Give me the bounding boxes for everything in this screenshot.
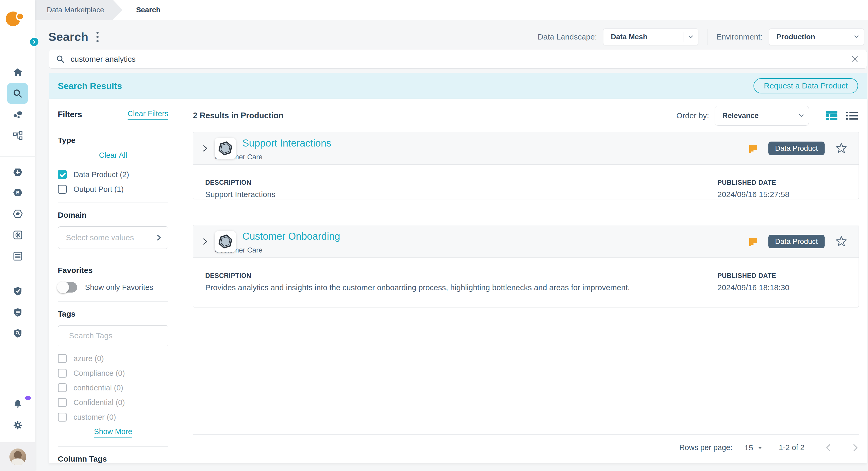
avatar-body — [11, 459, 24, 465]
pagination: Rows per page: 15 1-2 of 2 — [193, 434, 859, 461]
tag-option-label: Confidential (0) — [73, 398, 125, 407]
checkbox-unchecked[interactable] — [58, 185, 67, 194]
filter-option-label: Output Port (1) — [73, 185, 124, 194]
hexagon-plus-icon — [12, 167, 23, 177]
result-title-link[interactable]: Support Interactions — [242, 138, 331, 149]
result-card-header: Customer Onboarding Customer Care Data P… — [193, 225, 859, 258]
expand-card-button[interactable] — [202, 144, 208, 152]
result-card-body: DESCRIPTION Provides analytics and insig… — [193, 258, 859, 292]
tags-search-input[interactable] — [69, 331, 170, 340]
box-list-icon — [13, 251, 23, 261]
favorites-section-heading: Favorites — [58, 266, 168, 275]
breadcrumb-root-tab[interactable]: Data Marketplace — [35, 0, 122, 20]
sidebar-item-conversations[interactable] — [0, 105, 35, 126]
chevron-right-icon — [202, 144, 208, 152]
chevron-right-icon — [202, 238, 208, 245]
filter-option-output-port[interactable]: Output Port (1) — [58, 185, 168, 194]
checkbox-unchecked[interactable] — [58, 354, 67, 363]
clear-search-button[interactable] — [850, 54, 860, 65]
search-bar — [49, 50, 867, 68]
sidebar-item-hexagon-plus[interactable] — [0, 162, 35, 183]
order-by-value: Relevance — [722, 112, 794, 120]
breadcrumb-current: Search — [136, 6, 160, 14]
sidebar-footer — [0, 442, 35, 471]
expand-card-button[interactable] — [202, 238, 208, 245]
data-landscape-select[interactable]: Data Mesh — [603, 29, 698, 45]
favorites-toggle[interactable] — [58, 282, 77, 293]
data-landscape-value: Data Mesh — [611, 33, 683, 41]
clear-filters-link[interactable]: Clear Filters — [128, 109, 168, 120]
rows-per-page-value: 15 — [744, 443, 753, 452]
sidebar-item-box-gear[interactable] — [0, 225, 35, 245]
notifications-button[interactable] — [0, 394, 35, 415]
tag-option-azure[interactable]: azure (0) — [58, 354, 168, 363]
settings-button[interactable] — [0, 415, 35, 436]
checkbox-checked[interactable] — [58, 170, 67, 179]
sidebar-item-shield-lines[interactable] — [0, 302, 35, 323]
flag-button[interactable] — [747, 143, 758, 154]
description-text: Provides analytics and insights into the… — [205, 283, 691, 292]
favorite-star-button[interactable] — [835, 142, 847, 155]
favorite-star-button[interactable] — [835, 235, 847, 248]
filter-option-data-product[interactable]: Data Product (2) — [58, 170, 168, 179]
chevron-left-icon — [825, 443, 832, 452]
sidebar-item-shield-check[interactable] — [0, 281, 35, 302]
divider — [0, 156, 35, 157]
sidebar-expand-button[interactable] — [29, 37, 39, 47]
divider — [58, 301, 168, 302]
divider — [0, 387, 35, 387]
environment-label: Environment: — [716, 32, 763, 41]
checkbox-unchecked[interactable] — [58, 369, 67, 378]
sidebar-item-search[interactable] — [7, 83, 28, 104]
description-label: DESCRIPTION — [205, 272, 691, 279]
tag-option-confidential-upper[interactable]: Confidential (0) — [58, 398, 168, 407]
request-data-product-button[interactable]: Request a Data Product — [753, 78, 858, 93]
result-title-link[interactable]: Customer Onboarding — [242, 231, 340, 242]
previous-page-button[interactable] — [825, 443, 832, 452]
tag-option-customer[interactable]: customer (0) — [58, 413, 168, 421]
domain-select[interactable]: Select some values — [58, 226, 168, 249]
sidebar-item-shield-search[interactable] — [0, 323, 35, 344]
breadcrumb: Data Marketplace Search — [35, 0, 868, 20]
data-landscape-label: Data Landscape: — [537, 32, 597, 41]
order-by-select[interactable]: Relevance — [715, 106, 809, 126]
filters-sidebar: Filters Clear Filters Type Clear All Dat… — [49, 99, 183, 463]
show-more-link[interactable]: Show More — [94, 427, 132, 438]
app: B — [0, 0, 868, 471]
search-input[interactable] — [70, 55, 850, 64]
sidebar-nav: B — [0, 0, 35, 471]
checkbox-unchecked[interactable] — [58, 413, 67, 421]
rows-per-page-select[interactable]: 15 — [744, 443, 763, 452]
conversations-icon — [13, 110, 23, 120]
sidebar-item-hexagon-b[interactable]: B — [0, 182, 35, 203]
sidebar-item-home[interactable] — [0, 62, 35, 83]
clear-all-link[interactable]: Clear All — [99, 151, 127, 161]
avatar[interactable] — [9, 448, 26, 465]
tag-option-compliance[interactable]: Compliance (0) — [58, 369, 168, 378]
page-menu-button[interactable] — [96, 31, 99, 43]
sidebar-item-hierarchy[interactable] — [0, 125, 35, 146]
result-card-header: Support Interactions Customer Care Data … — [193, 132, 859, 165]
card-view-toggle[interactable] — [825, 110, 838, 122]
svg-text:B: B — [16, 190, 19, 196]
chevron-right-icon — [852, 443, 859, 452]
divider — [817, 108, 817, 123]
next-page-button[interactable] — [852, 443, 859, 452]
tag-option-confidential-lower[interactable]: confidential (0) — [58, 383, 168, 392]
tags-section-heading: Tags — [58, 310, 168, 319]
list-view-toggle[interactable] — [845, 110, 859, 122]
type-badge: Data Product — [768, 142, 825, 155]
data-product-icon-box — [215, 138, 236, 159]
result-card: Customer Onboarding Customer Care Data P… — [193, 225, 859, 307]
flag-button[interactable] — [747, 236, 758, 247]
checkbox-unchecked[interactable] — [58, 398, 67, 407]
results-section: 2 Results in Production Order by: Releva… — [184, 99, 867, 463]
checkbox-unchecked[interactable] — [58, 383, 67, 392]
sidebar-item-box-list[interactable] — [0, 246, 35, 267]
sidebar-item-hexagon-eye[interactable] — [0, 203, 35, 224]
search-icon — [12, 88, 23, 99]
environment-select[interactable]: Production — [769, 29, 864, 45]
results-header: 2 Results in Production Order by: Releva… — [193, 106, 859, 126]
column-tags-section-heading: Column Tags — [58, 454, 168, 463]
environment-value: Production — [776, 33, 849, 41]
